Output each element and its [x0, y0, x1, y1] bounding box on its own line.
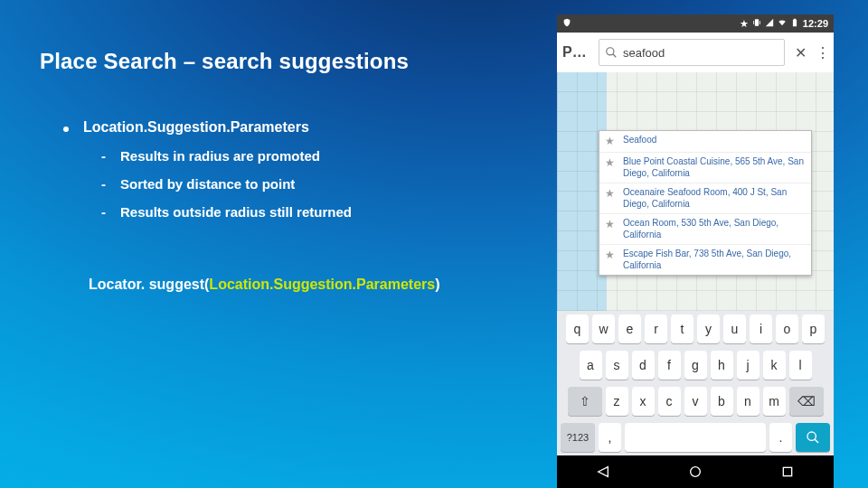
- code-line: Locator. suggest(Location.Suggestion.Par…: [89, 277, 440, 293]
- suggestion-item[interactable]: ★Ocean Room, 530 5th Ave, San Diego, Cal…: [599, 214, 811, 245]
- code-param: Location.Suggestion.Parameters: [209, 277, 435, 292]
- key[interactable]: i: [750, 314, 772, 343]
- map-background[interactable]: ★Seafood ★Blue Point Coastal Cuisine, 56…: [557, 72, 834, 311]
- android-navbar: [557, 455, 834, 488]
- app-toolbar: P… seafood ✕ ⋮: [557, 33, 834, 72]
- key[interactable]: p: [802, 314, 825, 343]
- key[interactable]: a: [580, 351, 602, 380]
- status-right: ★ 12:29: [740, 18, 828, 30]
- search-icon: [605, 46, 618, 59]
- suggestion-text: Ocean Room, 530 5th Ave, San Diego, Cali…: [623, 218, 806, 240]
- key[interactable]: z: [606, 387, 628, 416]
- soft-keyboard: q w e r t y u i o p a s d f g h j k l: [557, 311, 834, 455]
- svg-rect-5: [783, 467, 791, 475]
- sub-bullet: -Results in radius are promoted: [101, 148, 352, 164]
- key[interactable]: d: [632, 351, 655, 380]
- key[interactable]: t: [671, 314, 693, 343]
- wifi-icon: [778, 18, 787, 29]
- star-icon: ★: [740, 18, 749, 30]
- key[interactable]: r: [645, 314, 667, 343]
- phone-mock: ★ 12:29 P… seafood ✕ ⋮ ★Seafood ★Blue Po…: [557, 14, 834, 474]
- suggestion-text: Escape Fish Bar, 738 5th Ave, San Diego,…: [623, 249, 806, 271]
- code-prefix: Locator. suggest(: [89, 277, 209, 292]
- battery-icon: [790, 18, 799, 29]
- key[interactable]: v: [684, 387, 707, 416]
- sub-bullet-text: Results outside radius still returned: [120, 204, 352, 220]
- vibrate-icon: [752, 18, 761, 29]
- key[interactable]: k: [763, 351, 786, 380]
- suggestion-item[interactable]: ★Oceanaire Seafood Room, 400 J St, San D…: [599, 183, 811, 214]
- key[interactable]: x: [632, 387, 655, 416]
- key[interactable]: h: [711, 351, 733, 380]
- key[interactable]: l: [789, 351, 812, 380]
- key-row-3: ⇧ z x c v b n m ⌫: [557, 383, 834, 419]
- star-icon: ★: [605, 249, 618, 271]
- overflow-menu-button[interactable]: ⋮: [816, 44, 828, 61]
- slide: Place Search – search suggestions Locati…: [0, 0, 868, 488]
- bullet-dot-icon: [63, 127, 69, 132]
- key[interactable]: f: [658, 351, 681, 380]
- key-row-1: q w e r t y u i o p: [557, 311, 834, 347]
- sub-bullet-text: Sorted by distance to point: [120, 176, 295, 192]
- nav-back-icon[interactable]: [596, 465, 610, 479]
- key-row-2: a s d f g h j k l: [557, 347, 834, 383]
- star-icon: ★: [605, 156, 618, 179]
- code-suffix: ): [435, 277, 439, 292]
- key-row-4: ?123 , .: [557, 419, 834, 455]
- sub-bullet: -Results outside radius still returned: [101, 204, 352, 220]
- symbols-key[interactable]: ?123: [561, 423, 595, 452]
- svg-line-1: [613, 54, 617, 58]
- suggestion-text: Blue Point Coastal Cuisine, 565 5th Ave,…: [623, 156, 806, 179]
- key[interactable]: q: [566, 314, 589, 343]
- status-time: 12:29: [803, 18, 828, 29]
- star-icon: ★: [605, 218, 618, 240]
- bullet-block: Location.Suggestion.Parameters -Results …: [63, 119, 352, 232]
- clear-search-button[interactable]: ✕: [790, 44, 810, 61]
- shift-key[interactable]: ⇧: [568, 387, 602, 416]
- suggestion-item[interactable]: ★Blue Point Coastal Cuisine, 565 5th Ave…: [599, 153, 811, 183]
- search-icon: [806, 430, 820, 445]
- sub-bullet-text: Results in radius are promoted: [120, 148, 320, 164]
- slide-title: Place Search – search suggestions: [40, 49, 409, 74]
- suggestions-panel: ★Seafood ★Blue Point Coastal Cuisine, 56…: [599, 130, 812, 276]
- star-icon: ★: [605, 187, 618, 210]
- dash-icon: -: [101, 204, 106, 220]
- key[interactable]: b: [711, 387, 733, 416]
- period-key[interactable]: .: [769, 423, 792, 452]
- bullet-main-row: Location.Suggestion.Parameters: [63, 119, 352, 136]
- nav-recent-icon[interactable]: [780, 465, 795, 479]
- key[interactable]: n: [737, 387, 760, 416]
- shield-icon: [562, 18, 571, 29]
- sub-bullet: -Sorted by distance to point: [101, 176, 352, 192]
- svg-point-0: [607, 48, 614, 55]
- search-action-key[interactable]: [796, 423, 830, 452]
- key[interactable]: y: [697, 314, 720, 343]
- key[interactable]: m: [763, 387, 786, 416]
- search-input[interactable]: seafood: [623, 46, 665, 60]
- comma-key[interactable]: ,: [599, 423, 621, 452]
- svg-point-4: [691, 467, 701, 477]
- key[interactable]: w: [592, 314, 615, 343]
- suggestion-item[interactable]: ★Escape Fish Bar, 738 5th Ave, San Diego…: [599, 245, 811, 275]
- signal-icon: [765, 18, 774, 29]
- suggestion-item[interactable]: ★Seafood: [599, 131, 811, 153]
- key[interactable]: e: [618, 314, 641, 343]
- status-bar: ★ 12:29: [557, 14, 834, 33]
- suggestion-text: Seafood: [623, 135, 656, 148]
- key[interactable]: s: [606, 351, 628, 380]
- key[interactable]: o: [776, 314, 798, 343]
- space-key[interactable]: [625, 423, 766, 452]
- star-icon: ★: [605, 135, 618, 148]
- key[interactable]: g: [684, 351, 707, 380]
- key[interactable]: j: [737, 351, 760, 380]
- toolbar-back-label[interactable]: P…: [562, 44, 593, 61]
- svg-point-2: [807, 432, 816, 440]
- key[interactable]: c: [658, 387, 681, 416]
- dash-icon: -: [101, 148, 106, 164]
- backspace-key[interactable]: ⌫: [789, 387, 824, 416]
- key[interactable]: u: [723, 314, 746, 343]
- bullet-main: Location.Suggestion.Parameters: [83, 119, 309, 136]
- search-box[interactable]: seafood: [599, 39, 785, 66]
- nav-home-icon[interactable]: [688, 465, 703, 479]
- sub-bullet-list: -Results in radius are promoted -Sorted …: [101, 148, 352, 220]
